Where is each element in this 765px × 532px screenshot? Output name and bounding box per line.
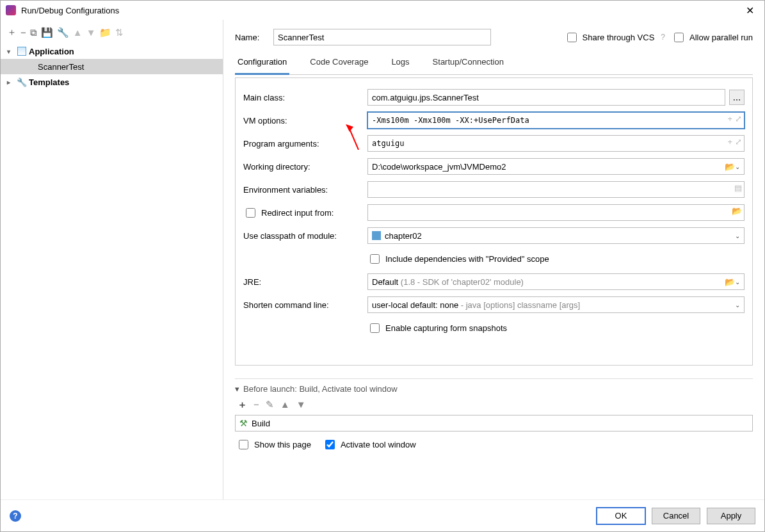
wrench-icon[interactable]: 🔧 (57, 27, 69, 38)
help-icon[interactable]: ? (661, 33, 665, 42)
help-button[interactable]: ? (10, 510, 21, 522)
chevron-down-icon: ⌄ (735, 163, 740, 170)
jre-select[interactable]: Default (1.8 - SDK of 'chapter02' module… (367, 273, 745, 290)
folder-icon: 📂 (725, 277, 735, 287)
main-panel: Name: Share through VCS ? Allow parallel… (223, 20, 764, 499)
remove-icon[interactable]: − (20, 27, 26, 38)
name-label: Name: (235, 33, 267, 42)
remove-task-icon[interactable]: − (254, 399, 259, 411)
tab-code-coverage[interactable]: Code Coverage (307, 52, 371, 74)
shorten-select[interactable]: user-local default: none - java [options… (367, 296, 745, 313)
folder-icon: 📂 (732, 206, 742, 216)
classpath-select[interactable]: chapter02 ⌄ (367, 227, 745, 244)
browse-class-button[interactable]: … (729, 90, 745, 105)
wrench-icon: 🔧 (17, 77, 26, 86)
list-icon[interactable]: ▤ (734, 183, 742, 193)
sort-icon[interactable]: ⇅ (115, 27, 124, 38)
add-icon[interactable]: + (727, 114, 732, 124)
application-icon (17, 47, 26, 56)
shorten-label: Shorten command line: (243, 300, 362, 310)
app-icon (6, 5, 16, 15)
env-vars-input[interactable] (367, 181, 745, 198)
dialog-window: Run/Debug Configurations ✕ ＋ − ⧉ 💾 🔧 ▲ ▼… (0, 0, 765, 532)
tab-logs[interactable]: Logs (389, 52, 412, 74)
include-provided-checkbox[interactable]: Include dependencies with "Provided" sco… (367, 252, 549, 266)
hammer-icon: ⚒ (239, 418, 248, 428)
share-vcs-checkbox[interactable]: Share through VCS (565, 31, 655, 44)
dialog-footer: ? OK Cancel Apply (1, 499, 764, 531)
window-title: Run/Debug Configurations (21, 6, 741, 15)
folder-icon[interactable]: 📁 (99, 27, 111, 38)
ok-button[interactable]: OK (597, 508, 645, 524)
before-launch-section: ▾ Before launch: Build, Activate tool wi… (235, 378, 753, 455)
sidebar-toolbar: ＋ − ⧉ 💾 🔧 ▲ ▼ 📁 ⇅ (1, 24, 223, 44)
expand-icon[interactable]: ⤢ (735, 137, 742, 147)
close-icon[interactable]: ✕ (741, 2, 759, 19)
svg-marker-1 (346, 124, 353, 132)
down-icon[interactable]: ▼ (86, 27, 96, 38)
add-icon[interactable]: ＋ (7, 26, 17, 38)
move-down-icon[interactable]: ▼ (296, 399, 306, 411)
working-dir-label: Working directory: (243, 162, 362, 172)
redirect-input (367, 204, 745, 221)
program-args-input[interactable] (367, 135, 745, 152)
apply-button[interactable]: Apply (707, 508, 755, 524)
main-class-label: Main class: (243, 93, 362, 102)
build-task-row[interactable]: ⚒ Build (235, 415, 753, 431)
up-icon[interactable]: ▲ (73, 27, 83, 38)
snapshots-checkbox[interactable]: Enable capturing form snapshots (367, 321, 507, 335)
titlebar: Run/Debug Configurations ✕ (1, 1, 764, 20)
tree-node-application[interactable]: ▾ Application (1, 44, 223, 59)
allow-parallel-checkbox[interactable]: Allow parallel run (672, 31, 753, 44)
expand-icon[interactable]: ⤢ (735, 114, 742, 124)
redirect-checkbox[interactable]: Redirect input from: (243, 206, 334, 220)
save-icon[interactable]: 💾 (41, 27, 53, 38)
add-task-icon[interactable]: ＋ (238, 399, 247, 411)
env-vars-label: Environment variables: (243, 185, 362, 195)
main-class-input[interactable] (367, 89, 725, 106)
chevron-down-icon: ⌄ (735, 278, 740, 286)
tab-startup-connection[interactable]: Startup/Connection (430, 52, 506, 74)
show-page-checkbox[interactable]: Show this page (236, 438, 311, 451)
tree-label: Application (29, 47, 74, 56)
chevron-down-icon: ⌄ (735, 232, 740, 239)
jre-label: JRE: (243, 277, 362, 287)
configuration-form: Main class: … VM options: +⤢ (235, 77, 753, 366)
config-tree: ▾ Application ScannerTest ▸ 🔧 Templates (1, 44, 223, 496)
working-dir-select[interactable]: D:\code\workspace_jvm\JVMDemo2 📂 ⌄ (367, 158, 745, 175)
tab-configuration[interactable]: Configuration (235, 52, 289, 75)
vm-options-label: VM options: (243, 116, 362, 125)
tree-node-scannertest[interactable]: ScannerTest (1, 59, 223, 74)
classpath-label: Use classpath of module: (243, 231, 362, 241)
tree-label: Templates (29, 77, 69, 87)
chevron-down-icon: ▾ (235, 384, 239, 394)
copy-icon[interactable]: ⧉ (30, 27, 37, 38)
cancel-button[interactable]: Cancel (652, 508, 700, 524)
activate-tool-checkbox[interactable]: Activate tool window (323, 438, 416, 451)
vm-options-input[interactable] (367, 112, 745, 129)
add-icon[interactable]: + (727, 137, 732, 147)
folder-icon: 📂 (725, 162, 735, 172)
program-args-label: Program arguments: (243, 139, 362, 149)
name-input[interactable] (273, 29, 491, 45)
chevron-right-icon: ▸ (7, 79, 15, 86)
chevron-down-icon: ⌄ (735, 302, 740, 309)
tree-node-templates[interactable]: ▸ 🔧 Templates (1, 74, 223, 90)
tab-bar: Configuration Code Coverage Logs Startup… (235, 52, 753, 75)
chevron-down-icon: ▾ (7, 48, 15, 55)
config-sidebar: ＋ − ⧉ 💾 🔧 ▲ ▼ 📁 ⇅ ▾ Application ScannerT… (1, 20, 223, 499)
before-launch-header[interactable]: ▾ Before launch: Build, Activate tool wi… (235, 383, 753, 398)
move-up-icon[interactable]: ▲ (280, 399, 290, 411)
module-icon (372, 231, 381, 240)
tree-label: ScannerTest (38, 62, 84, 72)
edit-task-icon[interactable]: ✎ (266, 399, 274, 411)
